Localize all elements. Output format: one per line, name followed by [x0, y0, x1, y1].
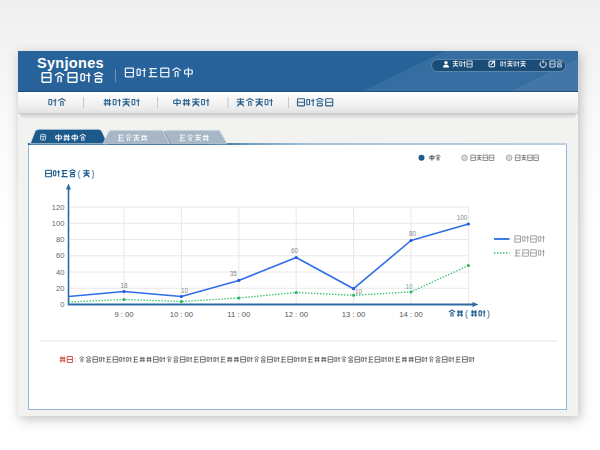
svg-text:9 : 00: 9 : 00 [114, 310, 133, 319]
svg-text:0: 0 [60, 300, 64, 309]
svg-text:60: 60 [56, 251, 64, 260]
svg-text:10 : 00: 10 : 00 [170, 310, 194, 319]
svg-text:40: 40 [56, 268, 64, 277]
svg-text:): ) [92, 169, 95, 179]
svg-text:(: ( [78, 169, 81, 179]
svg-text:12 : 00: 12 : 00 [284, 310, 308, 319]
svg-text:100: 100 [457, 214, 468, 221]
svg-text:100: 100 [52, 219, 65, 228]
svg-text:80: 80 [56, 235, 64, 244]
svg-text:14 : 00: 14 : 00 [399, 310, 423, 319]
svg-text:): ) [487, 309, 490, 319]
svg-text:10: 10 [355, 288, 363, 295]
svg-text:11 : 00: 11 : 00 [227, 310, 250, 319]
svg-text:80: 80 [409, 230, 417, 237]
svg-text:18: 18 [120, 282, 128, 289]
svg-text:13 : 00: 13 : 00 [342, 310, 366, 319]
svg-text::: : [74, 355, 76, 364]
svg-text:10: 10 [181, 287, 189, 294]
svg-text:20: 20 [56, 284, 64, 293]
svg-text:(: ( [465, 309, 468, 319]
svg-text:35: 35 [230, 270, 238, 277]
svg-text:60: 60 [291, 247, 299, 254]
svg-text:120: 120 [52, 203, 65, 212]
svg-text:10: 10 [405, 283, 413, 290]
